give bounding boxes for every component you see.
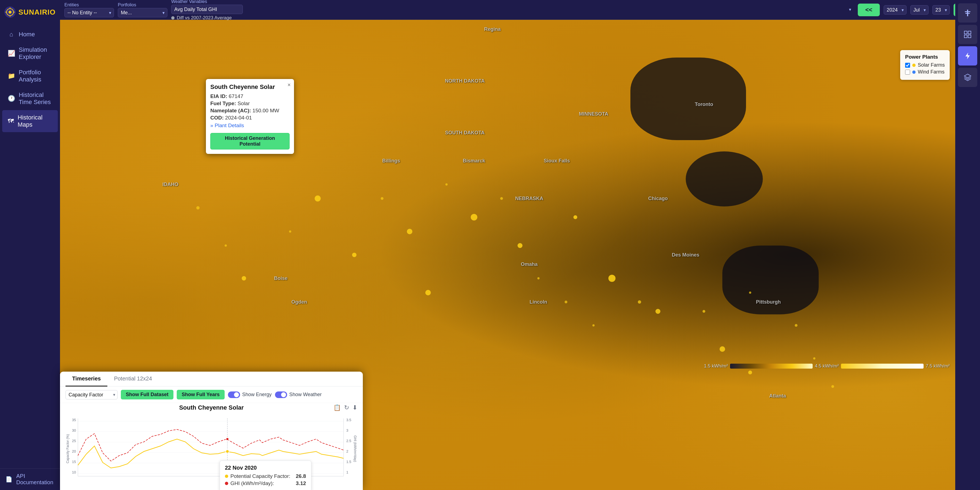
solar-dot-1[interactable] — [407, 229, 412, 234]
solar-dot-s8[interactable] — [703, 310, 705, 313]
topbar: Entities -- No Entity -- Portfolios Me..… — [60, 0, 980, 20]
solar-dot-7[interactable] — [242, 276, 246, 280]
diff-row: Diff vs 2007-2023 Average — [171, 15, 854, 21]
portfolios-label: Portfolios — [118, 3, 167, 8]
month-select[interactable]: Jul — [910, 5, 929, 14]
portfolios-select[interactable]: Me... — [118, 8, 167, 18]
diff-dot-icon — [171, 16, 175, 19]
solar-dot-12[interactable] — [425, 290, 431, 295]
rt-grid-button[interactable] — [958, 25, 977, 44]
rt-layers-button[interactable] — [958, 68, 977, 87]
tooltip-cf-value: 26.8 — [293, 473, 306, 479]
show-energy-toggle[interactable] — [228, 391, 240, 398]
entities-select-wrap: -- No Entity -- — [64, 8, 114, 18]
svg-point-39 — [226, 438, 229, 441]
sidebar-item-historical-maps[interactable]: 🗺 Historical Maps — [2, 110, 58, 132]
legend-color-bar — [730, 364, 813, 369]
capacity-factor-select[interactable]: Capacity Factor Generation (MWh) Irradia… — [65, 390, 118, 399]
plant-details-link[interactable]: » Plant Details — [210, 123, 290, 129]
svg-text:10: 10 — [72, 470, 76, 474]
solar-dot-s11[interactable] — [813, 357, 815, 360]
rt-lightning-button[interactable] — [958, 46, 977, 65]
tower-icon — [963, 8, 972, 18]
portfolios-group: Portfolios Me... — [118, 3, 167, 18]
weather-variable-select[interactable]: Avg Daily Total GHI — [171, 5, 243, 14]
wind-dot-legend — [912, 70, 916, 74]
sidebar-item-simulation-explorer[interactable]: 📈 Simulation Explorer — [2, 42, 58, 64]
lightning-icon — [963, 51, 972, 60]
tooltip-date: 22 Nov 2020 — [225, 465, 306, 471]
solar-dot-2[interactable] — [352, 253, 356, 257]
entities-label: Entities — [64, 3, 114, 8]
solar-dot-s3[interactable] — [500, 197, 503, 200]
tooltip-ghi-dot — [225, 482, 228, 485]
solar-dot-10[interactable] — [719, 346, 725, 352]
solar-dot-s5[interactable] — [565, 301, 567, 303]
svg-point-6 — [8, 10, 11, 13]
solar-dot-s4[interactable] — [537, 277, 539, 279]
sidebar-item-portfolio-analysis[interactable]: 📁 Portfolio Analysis — [2, 65, 58, 87]
hist-gen-potential-button[interactable]: Historical Generation Potential — [210, 133, 290, 150]
chart-svg-area: 35 30 25 20 15 10 3.5 3 2.5 2 1.5 1 Capa… — [60, 412, 363, 490]
svg-rect-9 — [966, 13, 970, 14]
api-docs-link[interactable]: 📄 API Documentation — [5, 473, 54, 485]
portfolios-select-wrap: Me... — [118, 8, 167, 18]
month-select-wrap: Jul — [910, 5, 929, 14]
solar-dot-8[interactable] — [608, 275, 616, 282]
show-full-years-button[interactable]: Show Full Years — [177, 390, 224, 399]
tab-timeseries[interactable]: Timeseries — [65, 372, 107, 387]
tab-potential-12x24[interactable]: Potential 12x24 — [107, 372, 159, 387]
portfolio-icon: 📁 — [8, 72, 15, 80]
day-select[interactable]: 23 — [932, 5, 950, 14]
solar-dot-9[interactable] — [655, 309, 660, 314]
nav-footer: 📄 API Documentation — [0, 468, 60, 490]
sidebar-item-label-portfolio: Portfolio Analysis — [19, 69, 52, 83]
tooltip-cf-dot — [225, 474, 228, 478]
rt-tower-button[interactable] — [958, 3, 977, 22]
nav-prev-button[interactable]: << — [858, 3, 880, 16]
solar-farms-checkbox[interactable] — [905, 63, 910, 68]
map-dark-patch-2 — [686, 151, 763, 207]
solar-dot-legend — [912, 64, 916, 67]
tooltip-cf-label: Potential Capacity Factor: — [231, 473, 290, 479]
solar-dot-11[interactable] — [748, 371, 752, 374]
svg-text:Capacity Factor (%): Capacity Factor (%) — [66, 434, 70, 463]
svg-text:1.5: 1.5 — [346, 460, 351, 464]
entities-select[interactable]: -- No Entity -- — [64, 8, 114, 18]
show-full-dataset-button[interactable]: Show Full Dataset — [121, 390, 173, 399]
chart-refresh-button[interactable]: ↻ — [344, 404, 349, 411]
wind-farms-checkbox[interactable] — [905, 70, 910, 75]
solar-dot-6[interactable] — [315, 196, 321, 202]
svg-point-38 — [226, 450, 229, 453]
solar-dot-s1[interactable] — [381, 197, 383, 200]
popup-close-button[interactable]: × — [287, 82, 291, 88]
chart-tabs: Timeseries Potential 12x24 — [60, 372, 363, 387]
sidebar-item-historical-time-series[interactable]: 🕐 Historical Time Series — [2, 88, 58, 110]
solar-dot-s9[interactable] — [749, 291, 751, 294]
solar-dot-s15[interactable] — [224, 245, 227, 247]
chart-share-button[interactable]: 📋 — [333, 404, 341, 411]
solar-dot-s14[interactable] — [196, 206, 200, 210]
power-plants-legend: Power Plants Solar Farms Wind Farms — [900, 50, 950, 80]
chart-download-button[interactable]: ⬇ — [352, 404, 357, 411]
svg-text:1: 1 — [346, 470, 348, 474]
solar-dot-3[interactable] — [471, 214, 477, 221]
api-docs-label: API Documentation — [16, 473, 54, 485]
solar-dot-4[interactable] — [517, 243, 522, 248]
solar-dot-s12[interactable] — [831, 385, 834, 388]
svg-rect-11 — [968, 31, 971, 34]
solar-dot-s2[interactable] — [445, 183, 448, 186]
solar-dot-s7[interactable] — [638, 300, 641, 304]
show-weather-toggle[interactable] — [275, 391, 287, 398]
solar-dot-s13[interactable] — [289, 231, 291, 232]
chart-title: South Cheyenne Solar — [179, 404, 244, 411]
year-select[interactable]: 2024 — [884, 5, 907, 14]
popup-cod: COD: 2024-04-01 — [210, 115, 290, 121]
sidebar-item-home[interactable]: ⌂ Home — [2, 27, 58, 42]
sidebar: SUNAIRIO ⌂ Home 📈 Simulation Explorer 📁 … — [0, 0, 60, 490]
solar-dot-s10[interactable] — [795, 324, 797, 327]
show-weather-label: Show Weather — [289, 392, 322, 398]
right-toolbar — [955, 0, 980, 490]
solar-dot-s6[interactable] — [592, 324, 595, 326]
solar-dot-5[interactable] — [573, 215, 577, 219]
